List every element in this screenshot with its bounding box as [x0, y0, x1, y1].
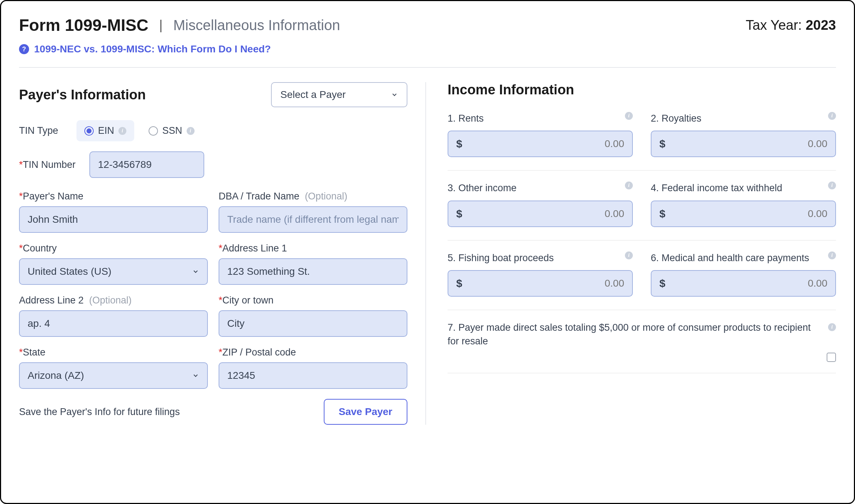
select-payer-placeholder: Select a Payer — [280, 89, 346, 100]
addr1-input[interactable] — [219, 258, 407, 285]
tin-number-row: *TIN Number — [19, 151, 407, 178]
info-icon[interactable]: i — [625, 182, 633, 189]
addr2-input[interactable] — [19, 310, 208, 337]
addr1-label: *Address Line 1 — [219, 243, 407, 254]
tin-type-label: TIN Type — [19, 125, 66, 136]
country-value: United States (US) — [28, 266, 111, 277]
dollar-icon: $ — [659, 208, 665, 220]
save-payer-row: Save the Payer's Info for future filings… — [19, 399, 407, 425]
box3-label: 3. Other income — [448, 182, 517, 194]
header-separator — [19, 67, 836, 68]
box6-label: 6. Medical and health care payments — [651, 251, 809, 264]
country-field: *Country United States (US) — [19, 243, 208, 285]
box5-input[interactable] — [462, 278, 624, 289]
box2-label: 2. Royalties — [651, 112, 701, 125]
city-label: *City or town — [219, 295, 407, 306]
box4-field: 4. Federal income tax withheld i $ — [651, 182, 836, 227]
zip-field: *ZIP / Postal code — [219, 347, 407, 389]
info-icon[interactable]: i — [828, 323, 836, 331]
box1-input-wrapper: $ — [448, 131, 633, 157]
help-icon: ? — [19, 44, 29, 54]
box2-input[interactable] — [665, 138, 827, 150]
form-title: Form 1099-MISC — [19, 15, 148, 35]
dba-field: DBA / Trade Name (Optional) — [219, 191, 407, 233]
form-1099-misc-page: Form 1099-MISC | Miscellaneous Informati… — [0, 0, 855, 504]
chevron-down-icon — [192, 372, 199, 379]
box1-field: 1. Rents i $ — [448, 112, 633, 157]
main-columns: Payer's Information Select a Payer TIN T… — [19, 82, 836, 425]
save-payer-text: Save the Payer's Info for future filings — [19, 406, 180, 418]
info-icon[interactable]: i — [828, 182, 836, 189]
tin-type-row: TIN Type EIN i SSN i — [19, 120, 407, 141]
chevron-down-icon — [391, 91, 398, 98]
state-value: Arizona (AZ) — [28, 370, 84, 381]
chevron-down-icon — [192, 268, 199, 275]
box7-label: 7. Payer made direct sales totaling $5,0… — [448, 321, 824, 348]
page-header: Form 1099-MISC | Miscellaneous Informati… — [19, 15, 836, 35]
dba-label: DBA / Trade Name (Optional) — [219, 191, 407, 202]
title-divider: | — [159, 18, 162, 33]
box1-input[interactable] — [462, 138, 624, 150]
help-link[interactable]: 1099-NEC vs. 1099-MISC: Which Form Do I … — [34, 43, 271, 55]
box3-input[interactable] — [462, 208, 624, 220]
select-payer-dropdown[interactable]: Select a Payer — [271, 82, 407, 107]
country-addr1-row: *Country United States (US) *Address Lin… — [19, 243, 407, 285]
box3-field: 3. Other income i $ — [448, 182, 633, 227]
tin-type-ein-radio[interactable]: EIN i — [76, 120, 134, 141]
income-row-1-2: 1. Rents i $ 2. Royalties i $ — [448, 112, 836, 171]
form-subtitle: Miscellaneous Information — [173, 17, 340, 33]
info-icon[interactable]: i — [118, 127, 126, 135]
zip-input[interactable] — [219, 362, 407, 389]
tin-type-radio-group: EIN i SSN i — [76, 120, 202, 141]
box3-input-wrapper: $ — [448, 201, 633, 227]
box7-checkbox[interactable] — [827, 353, 836, 362]
payer-name-input[interactable] — [19, 206, 208, 233]
dba-input[interactable] — [219, 206, 407, 233]
info-icon[interactable]: i — [625, 112, 633, 120]
name-dba-row: *Payer's Name DBA / Trade Name (Optional… — [19, 191, 407, 233]
info-icon[interactable]: i — [828, 112, 836, 120]
dollar-icon: $ — [456, 138, 462, 150]
help-link-row: ? 1099-NEC vs. 1099-MISC: Which Form Do … — [19, 43, 836, 55]
country-select[interactable]: United States (US) — [19, 258, 208, 285]
payer-section-header: Payer's Information Select a Payer — [19, 82, 407, 107]
ssn-label: SSN — [162, 125, 182, 136]
payer-column: Payer's Information Select a Payer TIN T… — [19, 82, 426, 425]
dollar-icon: $ — [456, 277, 462, 289]
addr2-label: Address Line 2 (Optional) — [19, 295, 208, 306]
income-row-3-4: 3. Other income i $ 4. Federal income ta… — [448, 182, 836, 240]
box5-input-wrapper: $ — [448, 270, 633, 297]
info-icon[interactable]: i — [187, 127, 195, 135]
box7-row: 7. Payer made direct sales totaling $5,0… — [448, 321, 836, 373]
payer-name-field: *Payer's Name — [19, 191, 208, 233]
box1-label: 1. Rents — [448, 112, 484, 125]
header-left: Form 1099-MISC | Miscellaneous Informati… — [19, 15, 340, 35]
tax-year-label: Tax Year: — [746, 18, 806, 33]
box4-label: 4. Federal income tax withheld — [651, 182, 782, 194]
radio-selected-icon — [84, 126, 94, 136]
state-select[interactable]: Arizona (AZ) — [19, 362, 208, 389]
tin-number-input[interactable] — [89, 151, 204, 178]
tax-year: Tax Year: 2023 — [746, 18, 836, 33]
box5-field: 5. Fishing boat proceeds i $ — [448, 251, 633, 297]
box6-input-wrapper: $ — [651, 270, 836, 297]
country-label: *Country — [19, 243, 208, 254]
box2-field: 2. Royalties i $ — [651, 112, 836, 157]
income-section-title: Income Information — [448, 82, 836, 98]
box6-input[interactable] — [665, 278, 827, 289]
box2-input-wrapper: $ — [651, 131, 836, 157]
box4-input[interactable] — [665, 208, 827, 220]
box6-field: 6. Medical and health care payments i $ — [651, 251, 836, 297]
info-icon[interactable]: i — [828, 251, 836, 259]
save-payer-button[interactable]: Save Payer — [324, 399, 407, 425]
income-column: Income Information 1. Rents i $ 2. Royal… — [426, 82, 836, 425]
state-label: *State — [19, 347, 208, 358]
payer-section-title: Payer's Information — [19, 87, 146, 103]
tin-type-ssn-radio[interactable]: SSN i — [141, 120, 202, 141]
info-icon[interactable]: i — [625, 251, 633, 259]
ein-label: EIN — [98, 125, 114, 136]
dollar-icon: $ — [456, 208, 462, 220]
tax-year-value: 2023 — [805, 18, 836, 33]
city-input[interactable] — [219, 310, 407, 337]
payer-name-label: *Payer's Name — [19, 191, 208, 202]
